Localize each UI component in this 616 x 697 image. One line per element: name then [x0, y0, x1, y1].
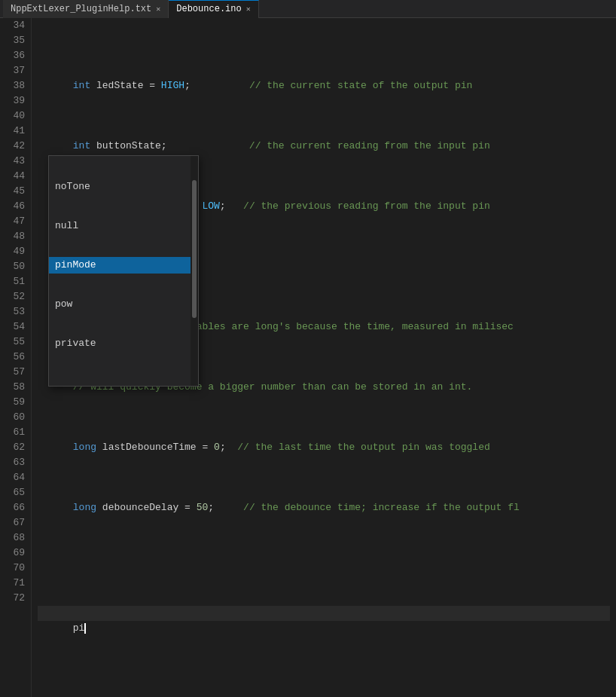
line-num-68: 68: [3, 530, 25, 546]
line-num-48: 48: [3, 229, 25, 244]
code-line-40: long lastDebounceTime = 0; // the last t…: [38, 425, 610, 440]
line-num-51: 51: [3, 274, 25, 289]
line-num-44: 44: [3, 169, 25, 184]
autocomplete-item-private[interactable]: private: [49, 335, 198, 352]
line-num-72: 72: [3, 591, 25, 606]
line-num-37: 37: [3, 63, 25, 78]
code-line-35: int buttonState; // the current reading …: [38, 124, 610, 139]
line-num-42: 42: [3, 139, 25, 154]
line-num-57: 57: [3, 365, 25, 380]
line-num-60: 60: [3, 410, 25, 425]
line-num-40: 40: [3, 109, 25, 124]
autocomplete-item-notone[interactable]: noTone: [49, 179, 198, 195]
code-editor[interactable]: 34 35 36 37 38 39 40 41 42 43 44 45 46 4…: [0, 18, 616, 697]
line-num-36: 36: [3, 48, 25, 63]
line-num-56: 56: [3, 350, 25, 365]
tab-close-nppextlexer[interactable]: ✕: [156, 5, 160, 14]
line-num-43: 43: [3, 154, 25, 169]
line-num-59: 59: [3, 395, 25, 410]
code-line-42: [38, 546, 610, 561]
line-num-45: 45: [3, 184, 25, 199]
line-num-47: 47: [3, 214, 25, 229]
line-num-70: 70: [3, 561, 25, 576]
autocomplete-dropdown[interactable]: noTone null pinMode pow private: [48, 155, 199, 387]
line-num-38: 38: [3, 78, 25, 93]
line-num-63: 63: [3, 455, 25, 470]
title-bar: NppExtLexer_PluginHelp.txt ✕ Debounce.in…: [0, 0, 616, 18]
tab-close-debounce[interactable]: ✕: [246, 5, 251, 14]
autocomplete-scrollbar-thumb: [192, 180, 197, 318]
code-line-41: long debounceDelay = 50; // the debounce…: [38, 485, 610, 500]
line-num-55: 55: [3, 335, 25, 350]
line-num-46: 46: [3, 199, 25, 214]
tab-nppextlexer[interactable]: NppExtLexer_PluginHelp.txt ✕: [3, 0, 169, 18]
line-num-65: 65: [3, 485, 25, 500]
line-num-67: 67: [3, 515, 25, 530]
autocomplete-scrollbar: [191, 156, 198, 386]
line-num-61: 61: [3, 425, 25, 440]
tab-debounce[interactable]: Debounce.ino ✕: [169, 0, 258, 18]
line-num-66: 66: [3, 500, 25, 515]
autocomplete-item-pow[interactable]: pow: [49, 296, 198, 313]
line-num-34: 34: [3, 18, 25, 33]
line-num-50: 50: [3, 259, 25, 274]
line-num-39: 39: [3, 93, 25, 109]
code-content[interactable]: int ledState = HIGH; // the current stat…: [32, 18, 616, 697]
line-num-58: 58: [3, 380, 25, 395]
line-num-71: 71: [3, 576, 25, 591]
line-num-69: 69: [3, 546, 25, 561]
line-num-53: 53: [3, 304, 25, 319]
tab-label: NppExtLexer_PluginHelp.txt: [11, 4, 151, 14]
line-num-62: 62: [3, 440, 25, 455]
line-num-52: 52: [3, 289, 25, 304]
code-line-34: int ledState = HIGH; // the current stat…: [38, 63, 610, 78]
tab-label-debounce: Debounce.ino: [176, 4, 241, 14]
line-num-64: 64: [3, 470, 25, 485]
line-num-41: 41: [3, 124, 25, 139]
line-num-35: 35: [3, 33, 25, 48]
autocomplete-item-null[interactable]: null: [49, 218, 198, 234]
line-num-49: 49: [3, 244, 25, 259]
line-numbers: 34 35 36 37 38 39 40 41 42 43 44 45 46 4…: [0, 18, 32, 697]
line-num-54: 54: [3, 319, 25, 335]
autocomplete-item-pinmode[interactable]: pinMode: [49, 257, 198, 274]
code-line-43: pi: [38, 606, 610, 621]
